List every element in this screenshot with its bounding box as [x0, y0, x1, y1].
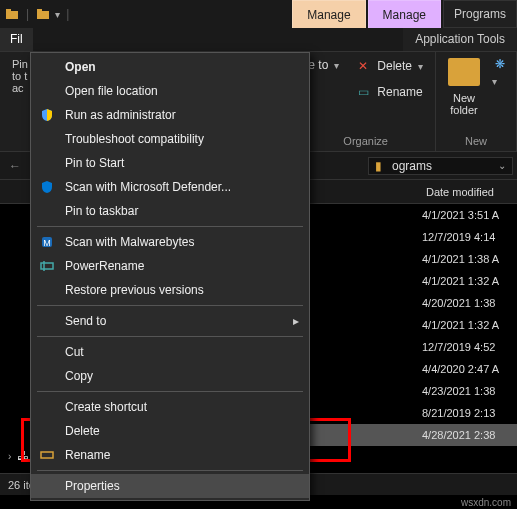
back-button[interactable]: ← — [4, 155, 26, 177]
separator: | — [24, 7, 31, 21]
context-separator — [37, 391, 303, 392]
context-label: Troubleshoot compatibility — [65, 132, 204, 146]
context-item-rename[interactable]: Rename — [31, 443, 309, 467]
context-separator — [37, 305, 303, 306]
folder-icon[interactable] — [35, 6, 51, 22]
context-label: Properties — [65, 479, 120, 493]
move-to-label: e to — [308, 58, 328, 72]
title-programs: Programs — [443, 0, 517, 28]
file-date: 4/1/2021 1:32 A — [422, 275, 517, 287]
context-label: Send to — [65, 314, 106, 328]
context-menu: OpenOpen file locationRun as administrat… — [30, 52, 310, 501]
context-label: Run as administrator — [65, 108, 176, 122]
new-folder-label: New folder — [450, 92, 478, 116]
chevron-down-icon[interactable]: ⌄ — [498, 160, 506, 171]
pin-to-quick-access[interactable]: Pin to t ac — [8, 56, 32, 96]
context-item-run-as-administrator[interactable]: Run as administrator — [31, 103, 309, 127]
ribbon-group-clipboard: Pin to t ac — [0, 52, 34, 151]
mwb-icon: M — [39, 234, 55, 250]
delete-button[interactable]: ✕ Delete ▾ — [351, 56, 427, 76]
context-label: Delete — [65, 424, 100, 438]
delete-icon: ✕ — [355, 58, 371, 74]
title-bar: | ▾ | Manage Manage Programs — [0, 0, 517, 28]
context-label: Pin to taskbar — [65, 204, 138, 218]
watermark: wsxdn.com — [461, 497, 511, 508]
context-separator — [37, 226, 303, 227]
application-tools-tab[interactable]: Application Tools — [403, 28, 517, 51]
organize-group-label: Organize — [343, 133, 388, 147]
context-label: Cut — [65, 345, 84, 359]
context-item-restore-previous-versions[interactable]: Restore previous versions — [31, 278, 309, 302]
context-item-scan-with-microsoft-defender[interactable]: Scan with Microsoft Defender... — [31, 175, 309, 199]
context-item-cut[interactable]: Cut — [31, 340, 309, 364]
context-item-properties[interactable]: Properties — [31, 474, 309, 498]
file-date: 12/7/2019 4:14 — [422, 231, 517, 243]
context-label: Restore previous versions — [65, 283, 204, 297]
breadcrumb-current[interactable]: ograms — [386, 159, 438, 173]
folder-icon[interactable] — [4, 6, 20, 22]
context-item-open[interactable]: Open — [31, 55, 309, 79]
svg-text:M: M — [43, 238, 51, 248]
file-date: 4/1/2021 1:38 A — [422, 253, 517, 265]
contextual-tab-manage-1[interactable]: Manage — [292, 0, 365, 28]
file-date: 4/1/2021 1:32 A — [422, 319, 517, 331]
context-label: Scan with Microsoft Defender... — [65, 180, 231, 194]
context-item-troubleshoot-compatibility[interactable]: Troubleshoot compatibility — [31, 127, 309, 151]
context-item-delete[interactable]: Delete — [31, 419, 309, 443]
new-item-icon[interactable]: ❋ — [492, 56, 508, 72]
chevron-down-icon: ▾ — [334, 60, 339, 71]
rename-icon — [39, 447, 55, 463]
context-label: Copy — [65, 369, 93, 383]
shield-icon — [39, 107, 55, 123]
context-label: Pin to Start — [65, 156, 124, 170]
pin-label-2: ac — [12, 82, 28, 94]
context-item-pin-to-start[interactable]: Pin to Start — [31, 151, 309, 175]
quick-access-toolbar: | ▾ | — [0, 0, 75, 28]
chevron-down-icon: ▾ — [418, 61, 423, 72]
date-modified-header[interactable]: Date modified — [422, 186, 517, 198]
context-separator — [37, 470, 303, 471]
chevron-down-icon[interactable]: ▾ — [55, 9, 60, 20]
rename-label: Rename — [377, 85, 422, 99]
context-item-scan-with-malwarebytes[interactable]: MScan with Malwarebytes — [31, 230, 309, 254]
defender-icon — [39, 179, 55, 195]
rename-button[interactable]: ▭ Rename — [351, 82, 426, 102]
powerrename-icon — [39, 258, 55, 274]
separator: | — [64, 7, 71, 21]
ribbon-tab-bar: Fil Application Tools — [0, 28, 517, 52]
context-label: Open — [65, 60, 96, 74]
context-item-send-to[interactable]: Send to▸ — [31, 309, 309, 333]
context-label: Rename — [65, 448, 110, 462]
context-label: Create shortcut — [65, 400, 147, 414]
file-date: 8/21/2019 2:13 — [422, 407, 517, 419]
context-item-open-file-location[interactable]: Open file location — [31, 79, 309, 103]
svg-rect-8 — [41, 263, 53, 269]
context-item-copy[interactable]: Copy — [31, 364, 309, 388]
svg-rect-10 — [41, 452, 53, 458]
svg-rect-2 — [37, 11, 49, 19]
folder-icon: ▮ — [375, 159, 382, 173]
context-label: Open file location — [65, 84, 158, 98]
chevron-down-icon[interactable]: ▾ — [492, 76, 508, 87]
new-folder-icon — [448, 58, 480, 86]
pin-label-1: Pin to t — [12, 58, 28, 82]
file-date: 4/20/2021 1:38 — [422, 297, 517, 309]
context-item-powerrename[interactable]: PowerRename — [31, 254, 309, 278]
file-tab[interactable]: Fil — [0, 28, 33, 51]
svg-rect-3 — [37, 9, 42, 12]
file-date: 4/1/2021 3:51 A — [422, 209, 517, 221]
context-label: PowerRename — [65, 259, 144, 273]
new-group-label: New — [465, 133, 487, 147]
file-date: 4/28/2021 2:38 — [422, 429, 517, 441]
delete-label: Delete — [377, 59, 412, 73]
context-separator — [37, 336, 303, 337]
file-date: 4/4/2020 2:47 A — [422, 363, 517, 375]
contextual-tab-manage-2[interactable]: Manage — [368, 0, 441, 28]
move-to-button[interactable]: e to ▾ — [304, 56, 343, 74]
rename-icon: ▭ — [355, 84, 371, 100]
ribbon-group-new: New folder ❋ ▾ New — [436, 52, 517, 151]
context-item-create-shortcut[interactable]: Create shortcut — [31, 395, 309, 419]
context-item-pin-to-taskbar[interactable]: Pin to taskbar — [31, 199, 309, 223]
svg-rect-0 — [6, 11, 18, 19]
new-folder-button[interactable]: New folder — [444, 56, 484, 118]
